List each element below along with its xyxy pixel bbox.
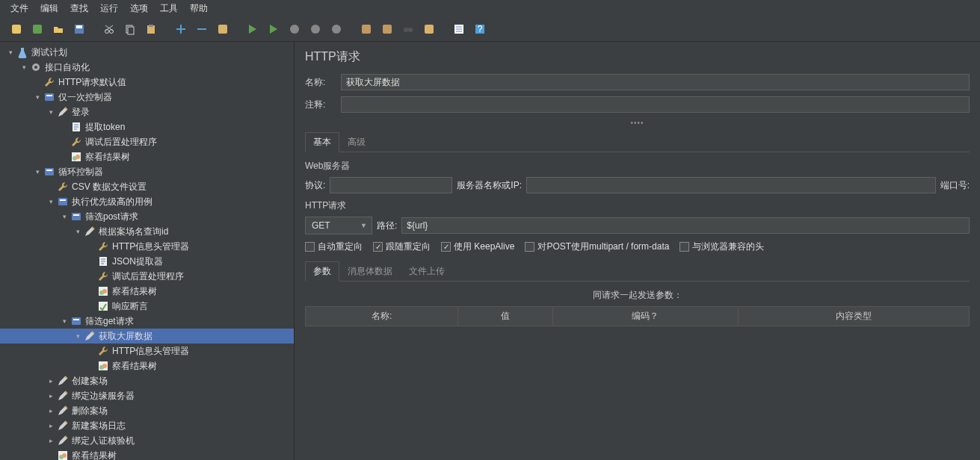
tree-node-12[interactable]: ▾根据案场名查询id: [0, 224, 294, 239]
list-icon[interactable]: [450, 20, 468, 38]
run-icon[interactable]: [244, 20, 262, 38]
tree-node-21[interactable]: 察看结果树: [0, 358, 294, 373]
tree-node-4[interactable]: ▾登录: [0, 105, 294, 119]
tree-toggle-icon[interactable]: ▾: [60, 212, 69, 221]
copy-icon[interactable]: [121, 20, 139, 38]
tree-node-6[interactable]: 调试后置处理程序: [0, 134, 294, 149]
tree-node-10[interactable]: ▾执行优先级高的用例: [0, 194, 294, 209]
tree-node-27[interactable]: 察看结果树: [0, 448, 294, 460]
tree-toggle-icon[interactable]: ▾: [46, 108, 55, 116]
method-select[interactable]: GET: [305, 217, 372, 234]
col-值[interactable]: 值: [458, 307, 553, 326]
tree-node-17[interactable]: 响应断言: [0, 299, 294, 314]
tree-toggle-icon[interactable]: ▸: [46, 436, 55, 445]
tab-高级[interactable]: 高级: [339, 132, 374, 152]
tree-toggle-icon[interactable]: ▾: [19, 63, 28, 72]
checkbox-icon[interactable]: [373, 242, 383, 252]
tree-node-14[interactable]: JSON提取器: [0, 254, 294, 269]
checkbox-icon[interactable]: [525, 242, 534, 252]
menu-选项[interactable]: 选项: [126, 1, 152, 16]
templates-icon[interactable]: [28, 20, 46, 38]
tree-node-24[interactable]: ▸删除案场: [0, 403, 294, 418]
tree-node-8[interactable]: ▾循环控制器: [0, 164, 294, 179]
checkbox-icon[interactable]: [441, 242, 451, 252]
tree-node-2[interactable]: HTTP请求默认值: [0, 75, 294, 90]
params-table[interactable]: 名称:值编码？内容类型: [305, 306, 970, 326]
tree-node-16[interactable]: 察看结果树: [0, 284, 294, 299]
subtab-1[interactable]: 消息体数据: [339, 261, 401, 282]
tree-node-20[interactable]: HTTP信息头管理器: [0, 344, 294, 358]
split-handle[interactable]: ••••: [305, 119, 970, 127]
path-input[interactable]: [401, 217, 970, 234]
tree-node-19[interactable]: ▾获取大屏数据: [0, 329, 294, 344]
shutdown-icon[interactable]: [327, 20, 345, 38]
tree-panel[interactable]: ▾测试计划▾接口自动化HTTP请求默认值▾仅一次控制器▾登录提取token调试后…: [0, 42, 295, 460]
tree-toggle-icon[interactable]: ▾: [33, 93, 42, 102]
stop-all-icon[interactable]: [306, 20, 324, 38]
tree-toggle-icon[interactable]: ▸: [46, 376, 55, 385]
tree-node-0[interactable]: ▾测试计划: [0, 45, 294, 60]
menu-查找[interactable]: 查找: [66, 1, 93, 16]
check-item-0[interactable]: 自动重定向: [305, 240, 363, 253]
tree-node-11[interactable]: ▾筛选post请求: [0, 209, 294, 224]
wrench-icon[interactable]: [214, 20, 232, 38]
tree-toggle-icon[interactable]: ▾: [73, 227, 82, 236]
col-编码？[interactable]: 编码？: [552, 307, 738, 326]
check-item-1[interactable]: 跟随重定向: [373, 240, 431, 253]
tree-node-25[interactable]: ▸新建案场日志: [0, 418, 294, 433]
plus-icon[interactable]: [172, 20, 190, 38]
checkbox-icon[interactable]: [305, 242, 315, 252]
broom1-icon[interactable]: [357, 20, 375, 38]
tree-node-9[interactable]: CSV 数据文件设置: [0, 179, 294, 194]
tree-toggle-icon[interactable]: ▾: [33, 167, 42, 176]
check-item-3[interactable]: 对POST使用multipart / form-data: [525, 240, 669, 253]
subtab-0[interactable]: 参数: [305, 261, 339, 282]
minus-icon[interactable]: [193, 20, 211, 38]
tree-node-18[interactable]: ▾筛选get请求: [0, 314, 294, 329]
checkbox-icon[interactable]: [679, 242, 689, 252]
protocol-input[interactable]: [330, 177, 452, 193]
binoculars-icon[interactable]: [399, 20, 417, 38]
tree-toggle-icon[interactable]: ▾: [6, 48, 15, 57]
name-input[interactable]: [341, 74, 970, 90]
comment-input[interactable]: [341, 96, 970, 113]
run-next-icon[interactable]: [265, 20, 283, 38]
cut-icon[interactable]: [100, 20, 118, 38]
tree-toggle-icon[interactable]: ▸: [46, 406, 55, 415]
check-item-4[interactable]: 与浏览器兼容的头: [679, 240, 764, 253]
save-icon[interactable]: [70, 20, 88, 38]
tree-toggle-icon[interactable]: ▸: [46, 391, 55, 400]
svg-point-48: [62, 453, 67, 458]
paste-icon[interactable]: [142, 20, 160, 38]
tree-toggle-icon[interactable]: ▾: [60, 317, 69, 326]
tree-node-13[interactable]: HTTP信息头管理器: [0, 239, 294, 254]
server-input[interactable]: [526, 177, 936, 193]
menu-帮助[interactable]: 帮助: [185, 1, 212, 16]
tree-node-26[interactable]: ▸绑定人证核验机: [0, 433, 294, 448]
tree-node-5[interactable]: 提取token: [0, 119, 294, 134]
broom2-icon[interactable]: [378, 20, 396, 38]
tab-基本[interactable]: 基本: [305, 132, 339, 152]
new-icon[interactable]: [7, 20, 25, 38]
broom3-icon[interactable]: [420, 20, 438, 38]
tree-toggle-icon[interactable]: ▾: [46, 197, 55, 206]
col-名称:[interactable]: 名称:: [306, 307, 458, 326]
subtab-2[interactable]: 文件上传: [401, 261, 453, 282]
menu-文件[interactable]: 文件: [6, 1, 33, 16]
open-icon[interactable]: [49, 20, 67, 38]
tree-node-22[interactable]: ▸创建案场: [0, 373, 294, 388]
tree-toggle-icon[interactable]: ▸: [46, 421, 55, 430]
menu-工具[interactable]: 工具: [155, 1, 182, 16]
menu-运行[interactable]: 运行: [96, 1, 123, 16]
help-icon[interactable]: ?: [471, 20, 489, 38]
tree-node-3[interactable]: ▾仅一次控制器: [0, 90, 294, 105]
tree-node-1[interactable]: ▾接口自动化: [0, 60, 294, 75]
tree-node-15[interactable]: 调试后置处理程序: [0, 269, 294, 284]
menu-编辑[interactable]: 编辑: [36, 1, 63, 16]
tree-node-7[interactable]: 察看结果树: [0, 149, 294, 164]
check-item-2[interactable]: 使用 KeepAlive: [441, 240, 514, 253]
stop-icon[interactable]: [286, 20, 303, 38]
tree-toggle-icon[interactable]: ▾: [73, 332, 82, 341]
tree-node-23[interactable]: ▸绑定边缘服务器: [0, 388, 294, 403]
col-内容类型[interactable]: 内容类型: [739, 307, 970, 326]
